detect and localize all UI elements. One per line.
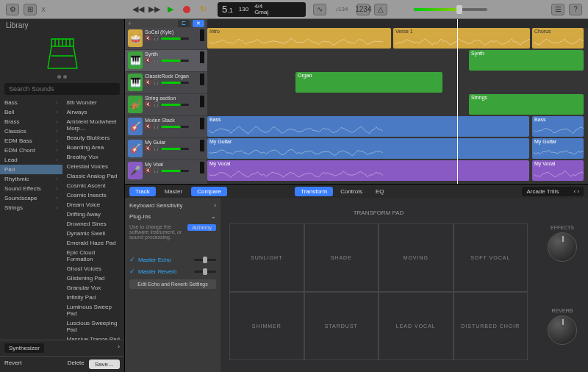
forward-button[interactable]: ▶▶: [147, 3, 162, 16]
track-volume-slider[interactable]: [161, 104, 189, 106]
keyboard-sensitivity-row[interactable]: Keyboard Sensitivity›: [129, 202, 216, 209]
track-header[interactable]: 🎻String section🔇🎧: [125, 94, 207, 116]
track-header[interactable]: 🎹ClassicRock Organ🔇🎧: [125, 72, 207, 94]
preset-list[interactable]: 8th WonderAirwaysAmbient Modwheel Morp…B…: [62, 98, 125, 340]
track-header[interactable]: 🎸My Guiar🔇🎧: [125, 138, 207, 160]
region[interactable]: Synth: [469, 50, 584, 71]
preset-item[interactable]: Luminous Sweep Pad: [62, 302, 125, 318]
transform-pad-cell[interactable]: DISTURBED CHOIR: [453, 292, 528, 360]
track-volume-slider[interactable]: [161, 37, 189, 40]
revert-button[interactable]: Revert: [4, 360, 22, 369]
tab-master[interactable]: Master: [159, 187, 188, 196]
preset-item[interactable]: Boarding Area: [62, 143, 125, 152]
region[interactable]: Verse 1: [393, 28, 530, 49]
track-header[interactable]: 🎤My Voal🔇🎧: [125, 160, 207, 182]
region[interactable]: My Guitar: [532, 138, 584, 159]
preset-item[interactable]: Cosmic Ascent: [62, 181, 125, 190]
transform-pad-cell[interactable]: SOFT VOCAL: [453, 223, 528, 292]
category-item[interactable]: Strings›: [0, 203, 62, 212]
echo-slider[interactable]: [194, 259, 216, 261]
preset-item[interactable]: Cosmic Insects: [62, 190, 125, 200]
region[interactable]: My Vocal: [207, 160, 529, 181]
timeline-ruler[interactable]: [207, 19, 588, 28]
library-toggle-icon[interactable]: ⚙: [6, 4, 19, 15]
plugin-slot[interactable]: Alchemy: [187, 224, 216, 231]
master-volume-slider[interactable]: [414, 8, 487, 11]
count-in-icon[interactable]: 1234: [356, 4, 370, 15]
tab-controls[interactable]: Controls: [334, 187, 368, 196]
preset-item[interactable]: Granular Vox: [62, 283, 125, 293]
track-header[interactable]: 🎸Moden Stack🔇🎧: [125, 116, 207, 138]
category-item[interactable]: EDM Chord›: [0, 146, 62, 155]
region[interactable]: My Guitar: [207, 138, 529, 159]
transform-pad-cell[interactable]: LEAD VOCAL: [379, 292, 453, 360]
category-item[interactable]: Rhythmic›: [0, 174, 62, 184]
transform-pad-cell[interactable]: SHADE: [304, 223, 379, 292]
track-header[interactable]: 🎹Synth🔇🎧: [125, 50, 207, 72]
preset-item[interactable]: Luscious Sweeping Pad: [62, 318, 125, 335]
category-item[interactable]: Bass›: [0, 98, 62, 107]
region[interactable]: My Vocal: [532, 160, 584, 181]
category-item[interactable]: Sound Effects›: [0, 184, 62, 193]
preset-item[interactable]: Glistening Pad: [62, 273, 125, 283]
preset-item[interactable]: Epic Cloud Formation: [62, 248, 125, 264]
preset-item[interactable]: Ambient Modwheel Morp…: [62, 117, 125, 133]
category-item[interactable]: Classics›: [0, 126, 62, 136]
playhead[interactable]: [457, 19, 458, 184]
add-track-icon[interactable]: +: [128, 20, 132, 27]
help-icon[interactable]: ?: [569, 4, 582, 15]
preset-item[interactable]: Infinity Pad: [62, 293, 125, 302]
header-toggle-1[interactable]: ⊏: [178, 20, 190, 27]
tab-compare[interactable]: Compare: [191, 187, 227, 196]
category-item[interactable]: Soundscape›: [0, 193, 62, 203]
preset-item[interactable]: Dynamic Swell: [62, 229, 125, 238]
region[interactable]: Bass: [532, 116, 584, 137]
track-volume-slider[interactable]: [161, 82, 189, 84]
lcd-display[interactable]: 5.1 130 4/4Gmaj: [218, 2, 306, 17]
master-reverb-checkbox[interactable]: Master Reverb: [129, 268, 176, 275]
preset-item[interactable]: Breathy Vox: [62, 152, 125, 162]
master-echo-checkbox[interactable]: Master Echo: [129, 256, 171, 263]
play-button[interactable]: ▶: [163, 3, 178, 16]
track-volume-slider[interactable]: [161, 148, 189, 150]
preset-item[interactable]: Ghost Voices: [62, 264, 125, 273]
record-button[interactable]: [179, 3, 194, 16]
region[interactable]: Strings: [469, 94, 584, 115]
rewind-button[interactable]: ◀◀: [131, 3, 146, 16]
preset-item[interactable]: Drowned Sines: [62, 219, 125, 229]
preset-item[interactable]: Beauty Blubbers: [62, 133, 125, 143]
cycle-button[interactable]: ↻: [196, 3, 210, 16]
reverb-slider[interactable]: [194, 271, 216, 273]
track-volume-slider[interactable]: [161, 60, 189, 62]
track-header[interactable]: 🥁SoCal (Kyle)🔇🎧: [125, 28, 207, 50]
tuner-icon[interactable]: ∿: [313, 4, 326, 15]
category-item[interactable]: EDM Bass›: [0, 136, 62, 146]
arrange-area[interactable]: IntroVerse 1ChorusSynthOrganStringsBassB…: [207, 19, 588, 184]
edit-fx-button[interactable]: Edit Echo and Reverb Settings: [129, 279, 216, 289]
list-editors-icon[interactable]: ☰: [551, 4, 564, 15]
region[interactable]: Intro: [207, 28, 391, 49]
metronome-icon[interactable]: △: [374, 4, 387, 15]
preset-item[interactable]: Celestial Voices: [62, 162, 125, 171]
chevron-right-icon[interactable]: ›: [118, 343, 120, 353]
preset-item[interactable]: Drifting Away: [62, 210, 125, 219]
category-list[interactable]: Bass›Bell›Brass›Classics›EDM Bass›EDM Ch…: [0, 98, 62, 340]
header-toggle-2[interactable]: ✕: [193, 20, 204, 27]
transform-pad-cell[interactable]: STARDUST: [304, 292, 379, 360]
transform-pad-cell[interactable]: MOVING: [379, 223, 453, 292]
transform-pad-cell[interactable]: SHIMMER: [229, 292, 304, 360]
preset-item[interactable]: Emerald Haze Pad: [62, 238, 125, 248]
track-volume-slider[interactable]: [161, 170, 189, 172]
tab-eq[interactable]: EQ: [370, 187, 390, 196]
preset-item[interactable]: Massive Trance Pad: [62, 335, 125, 340]
effects-knob[interactable]: [548, 232, 577, 262]
tab-track[interactable]: Track: [129, 187, 156, 196]
region[interactable]: Chorus: [532, 28, 584, 49]
category-item[interactable]: Brass›: [0, 117, 62, 126]
preset-item[interactable]: 8th Wonder: [62, 98, 125, 107]
save-button[interactable]: Save…: [89, 360, 120, 369]
transform-pad-cell[interactable]: SUNLIGHT: [229, 223, 304, 292]
track-volume-slider[interactable]: [161, 126, 189, 128]
reverb-knob[interactable]: [548, 315, 577, 345]
preset-item[interactable]: Airways: [62, 107, 125, 117]
